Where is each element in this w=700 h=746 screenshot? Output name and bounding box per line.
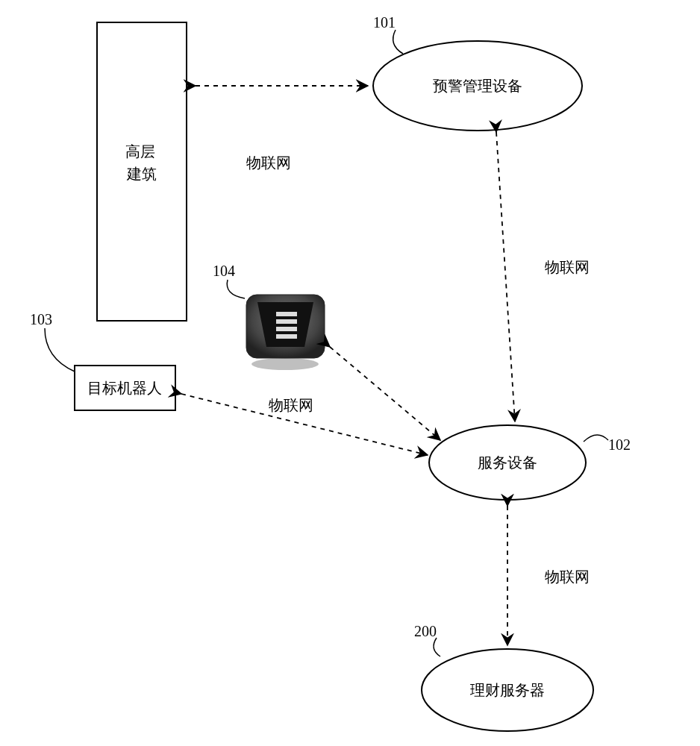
node-robot-label: 目标机器人: [87, 380, 162, 396]
edge-building-warning: 物联网: [196, 86, 368, 171]
node-robot-ref: 103: [30, 311, 52, 327]
svg-rect-7: [276, 312, 297, 316]
svg-point-11: [251, 358, 319, 370]
svg-rect-9: [276, 327, 297, 331]
node-building: 高层 建筑: [97, 22, 187, 321]
node-finance-server: 理财服务器 200: [414, 623, 593, 731]
edge-warning-service-label: 物联网: [545, 259, 590, 275]
edge-robot-service: 物联网: [181, 394, 428, 455]
edge-robot-service-label: 物联网: [269, 397, 313, 413]
edge-building-warning-label: 物联网: [246, 154, 291, 171]
node-speaker-device: 104: [213, 263, 325, 370]
node-warning-label: 预警管理设备: [433, 78, 522, 94]
svg-marker-6: [257, 302, 313, 347]
diagram-canvas: 高层 建筑 预警管理设备 101 服务设备 102 理财服务器 200 目标机器…: [0, 0, 700, 746]
edge-service-finance-label: 物联网: [545, 568, 590, 585]
node-service-ref: 102: [608, 436, 631, 453]
edge-speaker-service: [330, 347, 440, 440]
edge-warning-service: 物联网: [496, 132, 590, 421]
node-warning-ref: 101: [373, 14, 396, 31]
svg-rect-8: [276, 319, 297, 324]
node-warning-device: 预警管理设备 101: [373, 14, 582, 131]
edge-service-finance: 物联网: [507, 506, 590, 645]
node-finance-ref: 200: [414, 623, 437, 639]
node-service-device: 服务设备 102: [429, 425, 631, 500]
svg-line-13: [496, 132, 515, 421]
svg-rect-10: [276, 334, 297, 339]
node-finance-label: 理财服务器: [470, 682, 545, 698]
svg-line-14: [330, 347, 440, 440]
node-target-robot: 目标机器人 103: [30, 311, 175, 410]
node-speaker-ref: 104: [213, 263, 235, 279]
node-service-label: 服务设备: [478, 454, 537, 471]
node-building-label: 高层 建筑: [125, 143, 159, 182]
